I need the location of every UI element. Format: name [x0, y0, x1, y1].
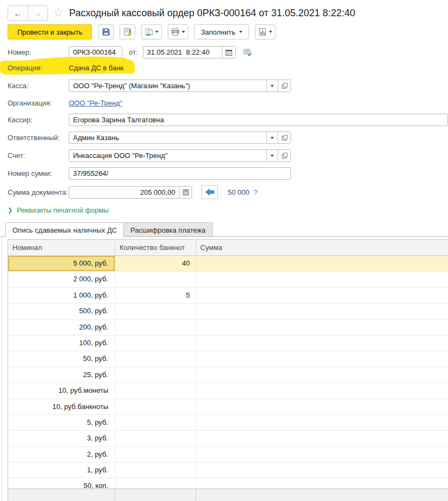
account-open-icon[interactable]	[278, 150, 291, 161]
table-row[interactable]: 50, руб.	[8, 351, 448, 367]
post-and-close-button[interactable]: Провести и закрыть	[8, 24, 92, 39]
back-icon[interactable]: ←	[8, 6, 28, 20]
cell-sum[interactable]	[196, 367, 448, 383]
create-based-on-button[interactable]	[141, 24, 162, 39]
cell-nominal[interactable]: 2, руб.	[8, 447, 115, 462]
cell-sum[interactable]	[196, 288, 448, 303]
cell-count[interactable]	[115, 320, 196, 335]
table-body: 5 000, руб.402 000, руб.1 000, руб.5500,…	[8, 256, 448, 489]
account-dropdown-icon[interactable]	[266, 150, 278, 161]
table-row[interactable]: 2 000, руб.	[8, 272, 448, 287]
cashbox-dropdown-icon[interactable]	[266, 80, 278, 91]
cell-sum[interactable]	[196, 304, 448, 319]
cell-count[interactable]	[115, 478, 196, 489]
cell-count[interactable]	[115, 383, 196, 398]
footer-cell	[196, 489, 448, 501]
cell-count[interactable]	[115, 463, 196, 478]
cell-count[interactable]	[115, 304, 196, 319]
table-row[interactable]: 100, руб.	[8, 335, 448, 351]
table-row[interactable]: 3, руб.	[8, 431, 448, 446]
cell-count[interactable]	[115, 447, 196, 462]
cell-count[interactable]	[115, 399, 196, 414]
column-header-sum[interactable]: Сумма	[196, 240, 448, 255]
cell-nominal[interactable]: 1 000, руб.	[8, 288, 115, 303]
cell-sum[interactable]	[196, 256, 448, 271]
cell-sum[interactable]	[196, 320, 448, 335]
cell-count[interactable]	[115, 272, 196, 287]
save-button[interactable]	[98, 24, 114, 39]
organization-link[interactable]: ООО "Ре-Тренд"	[69, 99, 122, 107]
reports-button[interactable]	[255, 24, 275, 39]
cell-nominal[interactable]: 25, руб.	[8, 367, 115, 383]
cell-nominal[interactable]: 500, руб.	[8, 304, 115, 319]
cell-sum[interactable]	[196, 399, 448, 414]
cell-count[interactable]	[115, 335, 196, 351]
fill-button-label: Заполнить	[201, 28, 235, 36]
column-header-count[interactable]: Количество банкнот	[115, 240, 196, 255]
cell-sum[interactable]	[196, 272, 448, 287]
table-row[interactable]: 10, руб.монеты	[8, 383, 448, 399]
account-row: Счет: Инкассация ООО "Ре-Тренд"	[0, 149, 448, 162]
cell-sum[interactable]	[196, 431, 448, 446]
print-form-details-toggle[interactable]: ❯ Реквизиты печатной формы	[8, 206, 448, 215]
cell-count[interactable]	[115, 431, 196, 446]
responsible-dropdown-icon[interactable]	[266, 132, 278, 143]
table-row[interactable]: 500, руб.	[8, 304, 448, 319]
fill-button[interactable]: Заполнить	[194, 24, 249, 39]
calculator-icon[interactable]	[179, 187, 192, 198]
table-row[interactable]: 1, руб.	[8, 463, 448, 478]
cell-count[interactable]	[115, 367, 196, 383]
cell-nominal[interactable]: 5 000, руб.	[8, 256, 115, 271]
cell-sum[interactable]	[196, 463, 448, 478]
favorite-star-icon[interactable]: ☆	[53, 7, 64, 19]
cashbox-combo[interactable]: ООО "Ре-Тренд" (Магазин "Казань")	[69, 80, 291, 92]
cell-nominal[interactable]: 2 000, руб.	[8, 272, 115, 287]
table-header: Номинал Количество банкнот Сумма	[8, 240, 448, 256]
apply-amount-button[interactable]	[201, 185, 218, 199]
forward-icon[interactable]: →	[28, 6, 48, 20]
cell-nominal[interactable]: 10, руб.монеты	[8, 383, 115, 398]
post-document-button[interactable]	[120, 24, 135, 39]
cell-count[interactable]	[115, 415, 196, 430]
cell-nominal[interactable]: 1, руб.	[8, 463, 115, 478]
cell-count[interactable]	[115, 351, 196, 366]
cell-sum[interactable]	[196, 335, 448, 351]
cell-nominal[interactable]: 50, коп.	[8, 478, 115, 489]
cell-nominal[interactable]: 100, руб.	[8, 335, 115, 351]
cell-nominal[interactable]: 50, руб.	[8, 351, 115, 366]
responsible-combo[interactable]: Админ Казань	[69, 131, 291, 144]
table-row[interactable]: 1 000, руб.5	[8, 288, 448, 304]
cell-nominal[interactable]: 3, руб.	[8, 431, 115, 446]
tab-cash-inventory[interactable]: Опись сдаваемых наличных ДС	[5, 222, 124, 237]
cell-nominal[interactable]: 5, руб.	[8, 415, 115, 430]
cell-count[interactable]: 40	[115, 256, 196, 271]
help-question-icon[interactable]: ?	[254, 188, 258, 196]
table-row[interactable]: 50, коп.	[8, 478, 448, 489]
amount-input[interactable]: 205 000,00	[69, 186, 192, 199]
table-row[interactable]: 5, руб.	[8, 415, 448, 431]
table-row[interactable]: 5 000, руб.40	[8, 256, 448, 272]
cashier-input[interactable]: Егорова Зарина Талгатовна	[69, 114, 448, 126]
table-row[interactable]: 25, руб.	[8, 367, 448, 383]
cell-sum[interactable]	[196, 383, 448, 398]
table-row[interactable]: 2, руб.	[8, 447, 448, 463]
cell-sum[interactable]	[196, 351, 448, 366]
responsible-open-icon[interactable]	[278, 132, 291, 143]
print-button[interactable]	[168, 24, 188, 39]
cell-sum[interactable]	[196, 415, 448, 430]
account-combo[interactable]: Инкассация ООО "Ре-Тренд"	[69, 149, 291, 162]
cell-sum[interactable]	[196, 447, 448, 462]
cell-count[interactable]: 5	[115, 288, 196, 303]
table-row[interactable]: 200, руб.	[8, 320, 448, 335]
cell-nominal[interactable]: 10, руб.банкноты	[8, 399, 115, 414]
date-input[interactable]: 31.05.2021 8:22:40	[143, 46, 236, 58]
tab-payment-breakdown[interactable]: Расшифровка платежа	[124, 222, 213, 237]
cell-nominal[interactable]: 200, руб.	[8, 320, 115, 335]
register-records-icon[interactable]	[243, 48, 252, 57]
cashbox-open-icon[interactable]	[278, 80, 291, 91]
calendar-icon[interactable]	[222, 47, 235, 58]
table-row[interactable]: 10, руб.банкноты	[8, 399, 448, 415]
cell-sum[interactable]	[196, 478, 448, 489]
bag-number-input[interactable]: 37/955264/	[69, 167, 291, 180]
column-header-nominal[interactable]: Номинал	[8, 240, 115, 255]
